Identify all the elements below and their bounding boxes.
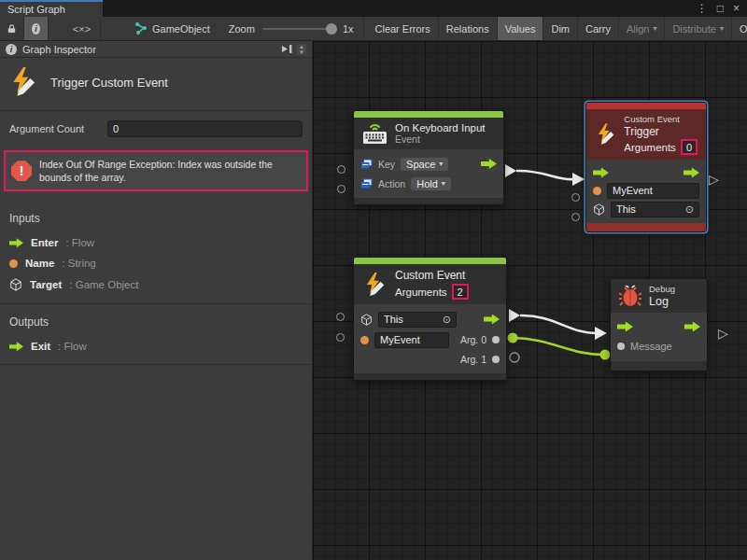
zoom-slider[interactable] — [262, 28, 335, 30]
distribute-button[interactable]: Distribute ▾ — [665, 17, 731, 40]
node-custom-event[interactable]: Custom Event Arguments 2 This — [353, 257, 507, 381]
flow-wire[interactable] — [516, 171, 574, 179]
lock-icon — [7, 23, 16, 35]
key-dropdown[interactable]: Space ▾ — [401, 158, 448, 171]
event-name-field[interactable]: MyEvent — [607, 183, 699, 199]
relations-button[interactable]: Relations — [439, 17, 498, 40]
info-icon: i — [32, 23, 40, 35]
flow-output-port[interactable] — [684, 168, 699, 178]
argument-count-row: Argument Count 0 — [0, 111, 312, 147]
string-port-icon — [9, 259, 18, 268]
pin-type: : Flow — [65, 237, 94, 248]
flow-wire[interactable] — [520, 315, 597, 333]
empty-port[interactable] — [337, 185, 345, 193]
object-picker-icon[interactable]: ⊙ — [685, 203, 694, 216]
overview-button[interactable]: Overv — [732, 17, 747, 40]
carry-button[interactable]: Carry — [578, 17, 619, 40]
zoom-slider-thumb[interactable] — [326, 23, 337, 35]
event-name-value: MyEvent — [613, 185, 653, 196]
node-category: Debug — [649, 284, 675, 294]
flow-output-port[interactable] — [684, 322, 700, 332]
maximize-icon[interactable]: □ — [717, 2, 724, 15]
window-menu-icon[interactable]: ⋮ — [697, 2, 708, 15]
tab-script-graph[interactable]: Script Graph — [0, 0, 103, 17]
action-label: Action — [378, 178, 405, 189]
node-color-bar — [586, 103, 706, 109]
message-input-port[interactable] — [617, 343, 625, 350]
node-on-keyboard-input[interactable]: On Keyboard Input Event Key Space ▾ — [353, 110, 504, 205]
target-value: This — [616, 203, 636, 215]
flow-wire-start — [505, 164, 516, 177]
cube-icon — [360, 314, 373, 326]
flow-output-port[interactable] — [484, 315, 500, 325]
node-title: Log — [649, 295, 675, 308]
node-trigger-custom-event[interactable]: Custom Event Trigger Arguments 0 — [585, 102, 707, 232]
node-footer — [354, 373, 506, 380]
values-button[interactable]: Values — [498, 17, 544, 40]
node-subtitle: Event — [395, 133, 486, 145]
pin-name: Name — [25, 258, 54, 269]
empty-port[interactable] — [336, 313, 345, 321]
arg0-output-port[interactable] — [492, 336, 500, 343]
flow-input-port[interactable] — [593, 168, 609, 178]
panel-spinner[interactable]: ▲ ▼ — [297, 44, 306, 55]
node-debug-log[interactable]: Debug Log Message — [610, 278, 708, 371]
zoom-label: Zoom — [229, 23, 255, 35]
dim-button[interactable]: Dim — [543, 17, 578, 40]
arg1-label: Arg. 1 — [460, 354, 486, 365]
close-icon[interactable]: × — [733, 2, 740, 15]
spinner-down-icon[interactable]: ▼ — [299, 49, 304, 55]
object-picker-icon[interactable]: ⊙ — [443, 314, 451, 326]
node-color-bar — [354, 111, 503, 118]
distribute-label: Distribute — [672, 23, 715, 35]
toolbar-buttons: Clear Errors Relations Values Dim Carry … — [368, 17, 747, 40]
arguments-value-highlighted[interactable]: 2 — [452, 284, 469, 300]
flow-output-port[interactable] — [481, 159, 497, 169]
arguments-value-highlighted[interactable]: 0 — [681, 139, 698, 155]
exception-warning: ! Index Out Of Range Exception: Index wa… — [4, 150, 308, 191]
argument-count-value: 0 — [113, 123, 119, 134]
graph-canvas[interactable]: On Keyboard Input Event Key Space ▾ — [313, 41, 747, 560]
flow-arrow-icon — [9, 238, 23, 247]
graph-owner-widget[interactable]: GameObject — [125, 17, 219, 40]
lock-button[interactable] — [0, 17, 24, 40]
graph-inspector-title: Graph Inspector — [22, 44, 96, 55]
graph-inspector-header: i Graph Inspector ▲ ▼ — [0, 41, 312, 58]
flow-row — [617, 317, 700, 336]
node-footer — [611, 361, 707, 371]
arg1-output-port[interactable] — [492, 356, 500, 363]
empty-port[interactable] — [571, 193, 580, 202]
target-field[interactable]: This ⊙ — [378, 312, 457, 328]
node-header: On Keyboard Input Event — [354, 118, 503, 149]
empty-port[interactable] — [510, 353, 519, 362]
node-category: Custom Event — [624, 114, 698, 124]
empty-port[interactable] — [336, 333, 345, 342]
node-footer — [354, 198, 503, 204]
value-wire-start-dot — [508, 333, 518, 343]
action-dropdown[interactable]: Hold ▾ — [411, 177, 451, 190]
node-footer — [586, 223, 706, 231]
chevron-down-icon: ▾ — [720, 24, 724, 33]
empty-port[interactable] — [337, 165, 345, 174]
dock-panel-icon[interactable] — [281, 43, 293, 55]
argument-count-input[interactable]: 0 — [107, 120, 303, 137]
empty-port[interactable] — [571, 213, 580, 221]
target-field[interactable]: This ⊙ — [611, 202, 699, 217]
pin-type: : String — [62, 258, 95, 269]
inputs-header: Inputs — [0, 201, 312, 232]
clear-errors-button[interactable]: Clear Errors — [368, 17, 439, 40]
edit-source-button[interactable]: <×> — [63, 17, 101, 40]
error-icon: ! — [11, 161, 32, 181]
inspector-toggle-button[interactable]: i — [24, 17, 49, 40]
target-row: This ⊙ — [593, 200, 699, 218]
tab-bar: Script Graph ⋮ □ × — [0, 0, 747, 17]
flow-row — [593, 164, 699, 181]
flow-input-port[interactable] — [617, 322, 633, 332]
unit-title: Trigger Custom Event — [50, 76, 168, 90]
relation-triangle-icon: ▷ — [718, 327, 728, 340]
align-button[interactable]: Align ▾ — [619, 17, 665, 40]
value-wire[interactable] — [513, 338, 605, 355]
arguments-value: 0 — [686, 142, 692, 153]
event-name-field[interactable]: MyEvent — [374, 332, 449, 348]
chevron-down-icon: ▾ — [439, 160, 443, 168]
